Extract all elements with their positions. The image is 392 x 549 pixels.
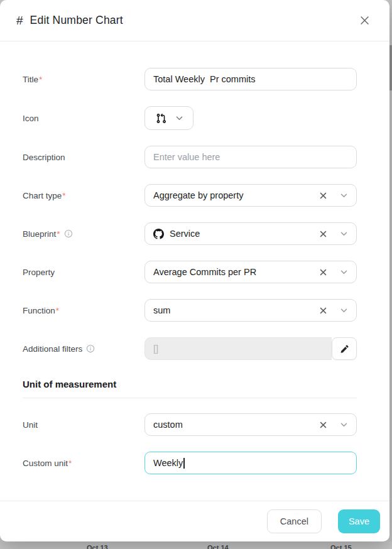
- required-asterisk: *: [56, 306, 59, 315]
- unit-label: Unit: [23, 420, 144, 430]
- git-pull-request-icon: [156, 113, 166, 124]
- icon-dropdown[interactable]: [144, 106, 193, 130]
- chevron-down-icon[interactable]: [338, 268, 347, 277]
- unit-select[interactable]: custom: [144, 413, 357, 436]
- cancel-button[interactable]: Cancel: [267, 509, 322, 533]
- function-label: Function*: [23, 306, 144, 315]
- field-row-function: Function* sum: [23, 299, 357, 322]
- blueprint-label: Blueprint*: [23, 229, 144, 239]
- required-asterisk: *: [57, 229, 60, 239]
- required-asterisk: *: [39, 75, 42, 84]
- field-row-description: Description: [23, 146, 357, 168]
- edit-number-chart-modal: # Edit Number Chart Title* Icon: [0, 0, 389, 541]
- clear-icon[interactable]: [317, 419, 329, 431]
- title-label: Title*: [23, 75, 144, 84]
- clear-icon[interactable]: [317, 228, 329, 240]
- chevron-down-icon: [173, 114, 183, 123]
- blueprint-value: Service: [170, 229, 317, 239]
- custom-unit-input[interactable]: Weekly: [144, 452, 357, 474]
- blueprint-select[interactable]: Service: [144, 222, 357, 245]
- field-row-unit: Unit custom: [23, 413, 357, 436]
- function-select[interactable]: sum: [144, 299, 357, 322]
- chevron-down-icon[interactable]: [338, 229, 347, 239]
- chevron-down-icon[interactable]: [338, 306, 347, 315]
- field-row-blueprint: Blueprint* Service: [23, 222, 357, 245]
- title-input[interactable]: [144, 68, 357, 90]
- property-label: Property: [23, 268, 144, 277]
- chart-type-label: Chart type*: [23, 191, 144, 200]
- save-button[interactable]: Save: [338, 509, 380, 533]
- info-icon[interactable]: [86, 344, 95, 353]
- pencil-icon: [340, 344, 349, 354]
- unit-value: custom: [153, 420, 317, 430]
- field-row-property: Property Average Commits per PR: [23, 261, 357, 283]
- text-cursor: [183, 458, 185, 469]
- field-row-chart-type: Chart type* Aggregate by property: [23, 184, 357, 207]
- info-icon[interactable]: [64, 229, 73, 238]
- field-row-title: Title*: [23, 68, 357, 90]
- background-axis-label: Oct 13: [87, 544, 108, 549]
- required-asterisk: *: [68, 459, 72, 468]
- additional-filters-field: []: [144, 337, 332, 360]
- modal-title: Edit Number Chart: [30, 14, 123, 27]
- additional-filters-label: Additional filters: [23, 344, 144, 354]
- chart-type-value: Aggregate by property: [153, 190, 317, 200]
- icon-label: Icon: [23, 114, 144, 123]
- custom-unit-value: Weekly: [153, 458, 183, 468]
- clear-icon[interactable]: [317, 190, 329, 202]
- property-select[interactable]: Average Commits per PR: [144, 261, 357, 283]
- chart-type-select[interactable]: Aggregate by property: [144, 184, 357, 207]
- field-row-custom-unit: Custom unit* Weekly: [23, 452, 357, 474]
- description-input[interactable]: [144, 146, 357, 168]
- description-label: Description: [23, 153, 144, 162]
- section-divider: [23, 398, 357, 398]
- clear-icon[interactable]: [317, 305, 329, 317]
- property-value: Average Commits per PR: [153, 267, 317, 277]
- chevron-down-icon[interactable]: [338, 191, 347, 200]
- edit-filters-button[interactable]: [332, 337, 357, 360]
- background-axis-label: Oct 14: [207, 544, 229, 549]
- github-icon: [153, 229, 164, 239]
- close-icon[interactable]: [356, 12, 373, 30]
- modal-body: Title* Icon: [0, 41, 389, 501]
- screen: Oct 13 Oct 14 Oct 15 # Edit Number Chart…: [0, 0, 392, 549]
- field-row-icon: Icon: [23, 106, 357, 130]
- required-asterisk: *: [62, 191, 65, 200]
- background-axis-label: Oct 15: [330, 544, 352, 549]
- field-row-additional-filters: Additional filters []: [23, 337, 357, 360]
- function-value: sum: [153, 305, 317, 315]
- clear-icon[interactable]: [317, 266, 329, 278]
- modal-footer: Cancel Save: [0, 501, 389, 541]
- section-title-unit-of-measurement: Unit of measurement: [23, 379, 357, 389]
- chevron-down-icon[interactable]: [338, 420, 347, 430]
- custom-unit-label: Custom unit*: [23, 459, 144, 468]
- modal-header: # Edit Number Chart: [0, 0, 389, 41]
- number-chart-hash-icon: #: [16, 14, 23, 28]
